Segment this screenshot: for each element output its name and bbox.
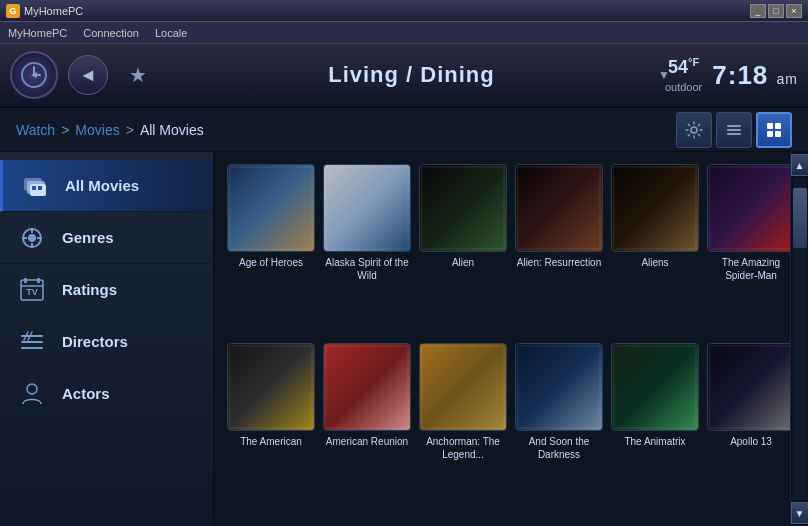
svg-rect-46 [516, 344, 602, 430]
svg-rect-50 [708, 344, 790, 430]
menu-locale[interactable]: Locale [155, 27, 187, 39]
breadcrumb-current: All Movies [140, 122, 204, 138]
movie-title-american-reunion: American Reunion [326, 435, 408, 448]
maximize-button[interactable]: □ [768, 4, 784, 18]
grid-view-button[interactable] [756, 112, 792, 148]
directors-label: Directors [62, 333, 128, 350]
clock-display: 7:18 am [712, 60, 798, 91]
back-button[interactable]: ◄ [68, 55, 108, 95]
close-button[interactable]: × [786, 4, 802, 18]
scroll-down-button[interactable]: ▼ [791, 502, 809, 524]
directors-icon [14, 324, 50, 360]
movie-poster-apollo13 [707, 343, 790, 431]
actors-label: Actors [62, 385, 110, 402]
sidebar-item-genres[interactable]: Genres [0, 212, 213, 264]
movie-item-and-soon[interactable]: And Soon the Darkness [515, 343, 603, 514]
menu-bar: MyHomePC Connection Locale [0, 22, 808, 44]
movie-poster-amazing-spiderman [707, 164, 790, 252]
svg-rect-48 [612, 344, 698, 430]
svg-point-2 [691, 127, 697, 133]
title-bar: G MyHomePC _ □ × [0, 0, 808, 22]
movie-poster-and-soon [515, 343, 603, 431]
minimize-button[interactable]: _ [750, 4, 766, 18]
movie-item-apollo13[interactable]: Apollo 13 [707, 343, 790, 514]
breadcrumb-movies[interactable]: Movies [75, 122, 119, 138]
ratings-label: Ratings [62, 281, 117, 298]
movie-poster-alien [419, 164, 507, 252]
movie-item-alien-resurrection[interactable]: Alien: Resurrection [515, 164, 603, 335]
movie-poster-aliens [611, 164, 699, 252]
movie-item-alien[interactable]: Alien [419, 164, 507, 335]
weather-label: outdoor [665, 80, 702, 95]
svg-rect-5 [727, 133, 741, 135]
sidebar-item-ratings[interactable]: TV Ratings [0, 264, 213, 316]
svg-rect-3 [727, 125, 741, 127]
menu-myhomepc[interactable]: MyHomePC [8, 27, 67, 39]
movie-item-age-of-heroes[interactable]: Age of Heroes [227, 164, 315, 335]
genres-label: Genres [62, 229, 114, 246]
svg-rect-6 [767, 123, 773, 129]
breadcrumb-sep-1: > [61, 122, 69, 138]
scrollbar-thumb[interactable] [793, 188, 807, 248]
svg-rect-7 [775, 123, 781, 129]
movie-poster-age-of-heroes [227, 164, 315, 252]
svg-rect-9 [775, 131, 781, 137]
scroll-up-button[interactable]: ▲ [791, 154, 809, 176]
svg-rect-8 [767, 131, 773, 137]
movie-poster-american [227, 343, 315, 431]
view-controls [676, 112, 792, 148]
movie-item-aliens[interactable]: Aliens [611, 164, 699, 335]
sidebar-item-all-movies[interactable]: All Movies [0, 160, 213, 212]
movie-item-american-reunion[interactable]: American Reunion [323, 343, 411, 514]
movie-item-anchorman[interactable]: Anchorman: The Legend... [419, 343, 507, 514]
movie-title-amazing-spiderman: The Amazing Spider-Man [707, 256, 790, 282]
svg-rect-30 [324, 165, 410, 251]
list-view-button[interactable] [716, 112, 752, 148]
sidebar-item-actors[interactable]: Actors [0, 368, 213, 420]
movie-title-alien-resurrection: Alien: Resurrection [517, 256, 601, 269]
movie-item-alaska[interactable]: Alaska Spirit of the Wild [323, 164, 411, 335]
movie-item-amazing-spiderman[interactable]: The Amazing Spider-Man [707, 164, 790, 335]
ratings-icon: TV [14, 272, 50, 308]
genres-icon [14, 220, 50, 256]
window-controls: _ □ × [750, 4, 802, 18]
menu-connection[interactable]: Connection [83, 27, 139, 39]
scrollbar: ▲ ▼ [790, 152, 808, 526]
breadcrumb: Watch > Movies > All Movies [16, 122, 676, 138]
svg-rect-34 [516, 165, 602, 251]
app-title: MyHomePC [24, 5, 750, 17]
settings-view-button[interactable] [676, 112, 712, 148]
movie-title-age-of-heroes: Age of Heroes [239, 256, 303, 269]
main-content: All Movies Genres TV [0, 152, 808, 526]
movie-poster-alien-resurrection [515, 164, 603, 252]
breadcrumb-watch[interactable]: Watch [16, 122, 55, 138]
sidebar: All Movies Genres TV [0, 152, 215, 526]
svg-rect-4 [727, 129, 741, 131]
movie-title-anchorman: Anchorman: The Legend... [419, 435, 507, 461]
breadcrumb-sep-2: > [126, 122, 134, 138]
sidebar-item-directors[interactable]: Directors [0, 316, 213, 368]
movie-title-alaska: Alaska Spirit of the Wild [323, 256, 411, 282]
app-logo[interactable]: ◄ [10, 51, 58, 99]
svg-point-27 [27, 384, 37, 394]
movie-poster-alaska [323, 164, 411, 252]
svg-rect-44 [420, 344, 506, 430]
all-movies-icon [17, 168, 53, 204]
svg-text:◄: ◄ [29, 69, 39, 80]
scrollbar-track-area[interactable] [793, 178, 807, 500]
location-title[interactable]: Living / Dining [168, 62, 655, 88]
movie-poster-american-reunion [323, 343, 411, 431]
favorite-button[interactable]: ★ [118, 55, 158, 95]
movie-item-american[interactable]: The American [227, 343, 315, 514]
movie-title-aliens: Aliens [641, 256, 668, 269]
svg-rect-38 [708, 165, 790, 251]
movies-area: Age of Heroes Alaska Spirit of the Wild … [215, 152, 808, 526]
movie-title-alien: Alien [452, 256, 474, 269]
svg-rect-42 [324, 344, 410, 430]
movie-title-animatrix: The Animatrix [624, 435, 685, 448]
svg-rect-13 [32, 186, 36, 190]
svg-rect-36 [612, 165, 698, 251]
svg-rect-18 [24, 278, 27, 283]
movie-item-animatrix[interactable]: The Animatrix [611, 343, 699, 514]
breadcrumb-bar: Watch > Movies > All Movies [0, 108, 808, 152]
